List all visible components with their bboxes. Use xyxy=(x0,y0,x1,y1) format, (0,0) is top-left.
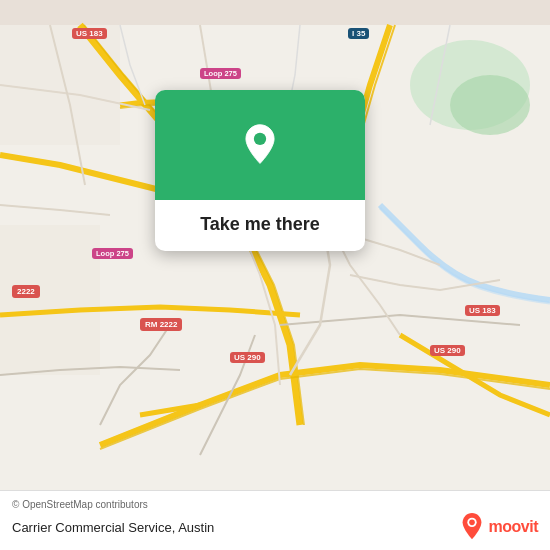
svg-point-2 xyxy=(450,75,530,135)
loop275-top-badge: Loop 275 xyxy=(200,68,241,79)
svg-rect-3 xyxy=(0,25,120,145)
svg-rect-4 xyxy=(0,225,100,375)
location-text: Carrier Commercial Service, Austin xyxy=(12,520,214,535)
rm2222-badge: 2222 xyxy=(12,285,40,298)
moovit-pin-icon xyxy=(459,512,485,542)
svg-point-7 xyxy=(469,520,475,526)
map-svg xyxy=(0,0,550,550)
popup-card[interactable]: Take me there xyxy=(155,90,365,251)
us183-top-badge: US 183 xyxy=(72,28,107,39)
bottom-bar: © OpenStreetMap contributors Carrier Com… xyxy=(0,490,550,550)
svg-point-5 xyxy=(254,133,266,145)
popup-green-area xyxy=(155,90,365,200)
attribution-text: © OpenStreetMap contributors xyxy=(12,499,538,510)
popup-label[interactable]: Take me there xyxy=(155,200,365,251)
us183-right-badge: US 183 xyxy=(465,305,500,316)
location-pin-icon xyxy=(238,123,282,167)
map-container: US 183 US 183 I 35 Loop 275 Loop 275 US … xyxy=(0,0,550,550)
loop275-left-badge: Loop 275 xyxy=(92,248,133,259)
us290-right-badge: US 290 xyxy=(430,345,465,356)
moovit-logo: moovit xyxy=(459,512,538,542)
moovit-text: moovit xyxy=(489,518,538,536)
rm2222-full-badge: RM 2222 xyxy=(140,318,182,331)
i35-badge: I 35 xyxy=(348,28,369,39)
us290-mid-badge: US 290 xyxy=(230,352,265,363)
